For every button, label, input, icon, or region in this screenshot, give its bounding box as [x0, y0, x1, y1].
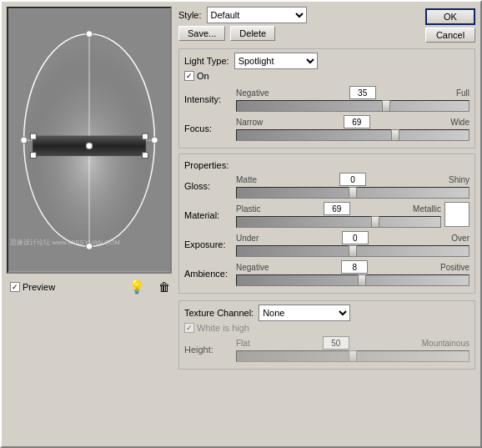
intensity-row: Intensity: Negative Full [184, 86, 469, 112]
watermark: 思缘设计论坛 www.MISSYUAN.COM [10, 238, 120, 247]
light-type-label: Light Type: [184, 56, 229, 66]
height-label: Height: [184, 345, 236, 355]
svg-rect-15 [143, 153, 148, 159]
svg-point-10 [151, 137, 158, 143]
intensity-slider[interactable] [236, 100, 469, 112]
light-type-row: Light Type: SpotlightOmniDirectional [184, 53, 469, 69]
left-panel: 思缘设计论坛 www.MISSYUAN.COM ✓ Preview 💡 🗑 [7, 7, 173, 441]
material-slider[interactable] [236, 216, 441, 228]
material-max-label: Metallic [413, 204, 441, 214]
ambience-max-label: Positive [440, 263, 469, 272]
light-type-select[interactable]: SpotlightOmniDirectional [234, 53, 318, 69]
height-min-label: Flat [236, 339, 250, 348]
height-row: Height: Flat Mountainous [184, 336, 469, 362]
white-is-high-row: ✓ White is high [184, 323, 469, 333]
focus-label: Focus: [184, 123, 236, 133]
cancel-button[interactable]: Cancel [425, 28, 475, 43]
preview-label: Preview [23, 282, 55, 292]
on-checkbox[interactable]: ✓ [184, 71, 194, 81]
light-type-section: Light Type: SpotlightOmniDirectional ✓ O… [178, 48, 475, 148]
lighting-effects-dialog: 思缘设计论坛 www.MISSYUAN.COM ✓ Preview 💡 🗑 [0, 0, 482, 448]
style-row: Style: DefaultBlue OmniCircle of LightCr… [178, 7, 425, 23]
height-slider[interactable] [236, 350, 469, 362]
exposure-min-label: Under [236, 234, 259, 243]
exposure-value[interactable] [342, 231, 369, 244]
focus-slider[interactable] [236, 129, 469, 141]
material-label: Material: [184, 210, 236, 220]
intensity-min-label: Negative [236, 88, 269, 98]
top-row: Style: DefaultBlue OmniCircle of LightCr… [178, 7, 475, 43]
material-color-swatch[interactable] [444, 202, 469, 227]
exposure-max-label: Over [451, 234, 469, 243]
ok-button[interactable]: OK [425, 8, 475, 25]
gloss-row: Gloss: Matte Shiny [184, 173, 469, 199]
ambience-slider[interactable] [236, 274, 469, 286]
on-label: On [197, 71, 209, 81]
delete-light-icon[interactable]: 🗑 [158, 280, 170, 294]
height-value[interactable] [323, 336, 349, 350]
ambience-min-label: Negative [236, 263, 269, 272]
right-panel: Style: DefaultBlue OmniCircle of LightCr… [178, 7, 475, 441]
gloss-max-label: Shiny [449, 175, 469, 184]
focus-slider-container: Narrow Wide [236, 115, 469, 141]
focus-row: Focus: Narrow Wide [184, 115, 469, 141]
texture-channel-label: Texture Channel: [184, 308, 254, 318]
intensity-value[interactable] [349, 86, 376, 99]
svg-point-7 [86, 31, 93, 38]
svg-point-11 [86, 143, 93, 149]
delete-button[interactable]: Delete [230, 26, 275, 41]
preview-footer: ✓ Preview 💡 🗑 [7, 277, 173, 296]
intensity-slider-container: Negative Full [236, 86, 469, 112]
gloss-slider-container: Matte Shiny [236, 173, 469, 199]
preview-checkbox[interactable]: ✓ [10, 282, 20, 292]
texture-channel-select[interactable]: NoneRedGreenBlueAlpha [259, 305, 350, 321]
material-value[interactable] [324, 202, 350, 215]
light-bulb-icon[interactable]: 💡 [128, 279, 145, 294]
material-row: Material: Plastic Metallic [184, 202, 469, 228]
on-row: ✓ On [184, 71, 469, 81]
focus-max-label: Wide [450, 118, 469, 127]
style-label: Style: [178, 10, 202, 20]
svg-rect-13 [143, 133, 148, 139]
gloss-min-label: Matte [236, 175, 257, 184]
save-button[interactable]: Save... [178, 26, 225, 41]
properties-label: Properties: [184, 160, 469, 170]
svg-point-9 [21, 137, 28, 143]
material-slider-container: Plastic Metallic [236, 202, 441, 228]
ok-cancel-buttons: OK Cancel [425, 8, 475, 43]
height-slider-container: Flat Mountainous [236, 336, 469, 362]
gloss-value[interactable] [339, 173, 366, 186]
style-select[interactable]: DefaultBlue OmniCircle of LightCrossingF… [207, 7, 307, 23]
canvas-area: 思缘设计论坛 www.MISSYUAN.COM [8, 8, 170, 272]
properties-section: Properties: Gloss: Matte Shiny [178, 154, 475, 294]
exposure-row: Exposure: Under Over [184, 231, 469, 257]
save-delete-row: Save... Delete [178, 26, 425, 41]
white-is-high-checkbox[interactable]: ✓ [184, 323, 194, 333]
preview-checkbox-row: ✓ Preview [10, 282, 55, 292]
ambience-value[interactable] [341, 260, 368, 274]
height-max-label: Mountainous [422, 339, 469, 348]
focus-value[interactable] [344, 115, 370, 128]
exposure-slider[interactable] [236, 245, 469, 257]
ambience-label: Ambience: [184, 269, 236, 279]
ambience-row: Ambience: Negative Positive [184, 260, 469, 286]
exposure-slider-container: Under Over [236, 231, 469, 257]
focus-min-label: Narrow [236, 118, 263, 127]
intensity-max-label: Full [456, 88, 469, 98]
texture-channel-row: Texture Channel: NoneRedGreenBlueAlpha [184, 305, 469, 321]
exposure-label: Exposure: [184, 239, 236, 249]
gloss-label: Gloss: [184, 181, 236, 191]
texture-section: Texture Channel: NoneRedGreenBlueAlpha ✓… [178, 300, 475, 370]
white-is-high-label: White is high [197, 323, 249, 333]
svg-rect-12 [30, 133, 36, 139]
material-min-label: Plastic [236, 204, 260, 214]
preview-canvas: 思缘设计论坛 www.MISSYUAN.COM [7, 7, 172, 274]
ambience-slider-container: Negative Positive [236, 260, 469, 286]
gloss-slider[interactable] [236, 187, 469, 199]
intensity-label: Intensity: [184, 94, 236, 104]
preview-icons: 💡 🗑 [128, 279, 170, 294]
svg-rect-14 [30, 153, 36, 159]
